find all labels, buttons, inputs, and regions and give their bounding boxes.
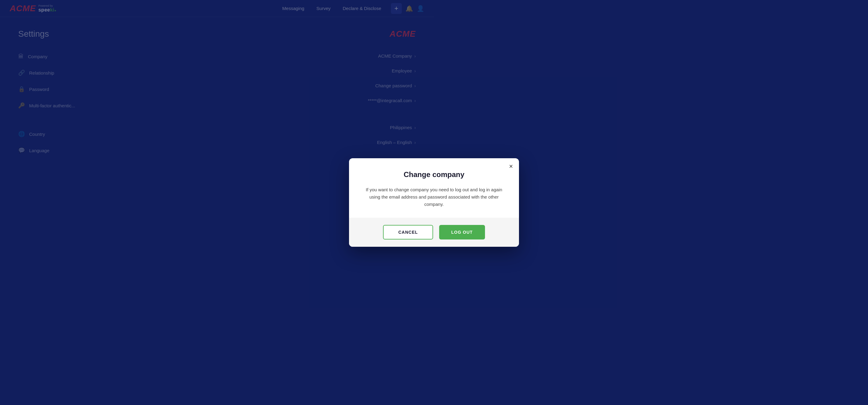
modal-title: Change company bbox=[364, 170, 434, 179]
modal-overlay: × Change company If you want to change c… bbox=[0, 0, 434, 203]
modal-body-text: If you want to change company you need t… bbox=[364, 186, 434, 203]
change-company-modal: × Change company If you want to change c… bbox=[349, 158, 434, 203]
modal-body: × Change company If you want to change c… bbox=[349, 158, 434, 203]
